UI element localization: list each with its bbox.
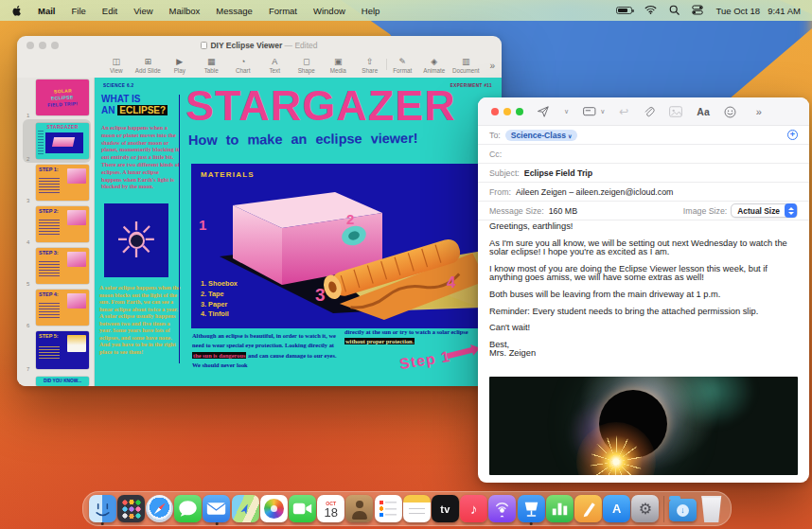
format-icon: ✎ — [387, 57, 419, 66]
caution-text-left[interactable]: Although an eclipse is beautiful, in ord… — [192, 331, 342, 371]
slide-thumbnail-2-selected[interactable]: 2 STARGAZER — [17, 123, 95, 163]
dock-item-facetime[interactable] — [288, 495, 316, 522]
eclipse-definition-text[interactable]: An eclipse happens when a moon or planet… — [101, 125, 181, 191]
dock-item-podcasts[interactable] — [488, 495, 517, 522]
dock-item-music[interactable]: ♪ — [460, 495, 488, 522]
dock-item-tv[interactable]: tv — [431, 495, 459, 522]
cc-field[interactable]: Cc: — [478, 145, 809, 164]
menu-item-window[interactable]: Window — [313, 6, 345, 16]
menu-bar-date[interactable]: Tue Oct 18 — [715, 6, 760, 16]
apple-menu-icon[interactable] — [11, 5, 22, 17]
minimize-button[interactable] — [503, 108, 511, 115]
stargazer-title[interactable]: STARGAZER — [185, 81, 502, 131]
slide-subtitle[interactable]: How to make an eclipse viewer! — [188, 131, 418, 148]
dock-item-appstore[interactable]: A — [603, 495, 631, 522]
dock-item-launchpad[interactable] — [116, 495, 145, 522]
toolbar-overflow-button[interactable]: » — [489, 61, 495, 71]
eclipse-photo-attachment[interactable] — [489, 377, 798, 475]
menu-item-view[interactable]: View — [133, 6, 152, 16]
view-button[interactable]: ◫View — [100, 55, 132, 74]
table-button[interactable]: ▦Table — [196, 55, 228, 74]
dock-item-messages[interactable] — [174, 495, 203, 522]
text-button[interactable]: AText — [259, 55, 291, 74]
emoji-button[interactable] — [724, 106, 736, 118]
control-center-icon[interactable] — [692, 5, 703, 17]
wifi-icon[interactable] — [644, 5, 657, 16]
dock-item-finder[interactable] — [88, 495, 116, 522]
reply-button[interactable]: ↩ — [619, 105, 628, 118]
course-code-text[interactable]: SCIENCE 6.2 — [103, 83, 133, 88]
add-recipient-button[interactable]: + — [787, 130, 798, 140]
slide-thumbnail-3[interactable]: 3 STEP 1: — [17, 165, 95, 204]
dock-item-settings[interactable]: ⚙ — [631, 495, 660, 522]
solar-eclipse-text[interactable]: A solar eclipse happens when the moon bl… — [99, 285, 181, 356]
menu-item-mail[interactable]: Mail — [38, 6, 55, 16]
play-button[interactable]: ▶Play — [164, 55, 196, 74]
dock-item-reminders[interactable] — [374, 495, 402, 522]
slide-1-preview: SOLAR ECLIPSE FIELD TRIP! — [36, 79, 89, 115]
dock-item-numbers[interactable] — [545, 495, 574, 522]
menu-item-format[interactable]: Format — [269, 6, 297, 16]
zoom-button[interactable] — [516, 108, 523, 115]
dock-item-notes[interactable] — [402, 495, 431, 522]
slide-thumbnail-5[interactable]: 5 STEP 3: — [17, 248, 95, 288]
slide-thumbnail-1[interactable]: 1 SOLAR ECLIPSE FIELD TRIP! — [17, 79, 95, 119]
insert-photo-button[interactable] — [669, 106, 682, 117]
subject-field[interactable]: Subject: Eclipse Field Trip — [478, 164, 809, 183]
dock-item-keynote[interactable] — [517, 495, 545, 522]
slide-thumbnail-8[interactable]: DID YOU KNOW... — [17, 377, 95, 386]
dock-item-pages[interactable] — [574, 495, 602, 522]
document-button[interactable]: ▥Document — [450, 55, 483, 74]
step-1-label[interactable]: Step 1 — [398, 348, 451, 373]
what-is-an-eclipse-heading[interactable]: WHAT IS AN ECLIPSE? — [101, 94, 168, 115]
dock-item-calendar[interactable]: OCT18 — [317, 495, 345, 522]
messages-icon — [174, 495, 202, 522]
dock-item-safari[interactable] — [145, 495, 173, 522]
slide-canvas[interactable]: SCIENCE 6.2 EXPERIMENT #11 WHAT IS AN EC… — [95, 78, 502, 386]
dock-item-trash[interactable] — [697, 495, 726, 522]
menu-item-mailbox[interactable]: Mailbox — [169, 6, 201, 16]
format-button[interactable]: Aa — [697, 106, 709, 117]
toolbar-overflow-button[interactable]: » — [756, 106, 762, 117]
dock-item-mail[interactable] — [203, 495, 231, 522]
dock-item-downloads[interactable]: ↓ — [668, 496, 697, 521]
battery-icon[interactable] — [616, 7, 632, 14]
share-button[interactable]: ⇧Share — [354, 55, 386, 74]
send-button[interactable] — [537, 105, 550, 118]
shape-button[interactable]: ◻Shape — [291, 55, 323, 74]
header-fields-button[interactable]: ∨ — [583, 106, 605, 117]
menu-item-message[interactable]: Message — [216, 6, 253, 16]
add-slide-button[interactable]: ⊞Add Slide — [132, 55, 165, 74]
dock-item-contacts[interactable] — [345, 495, 374, 522]
close-button[interactable] — [491, 108, 499, 115]
dock-item-maps[interactable] — [231, 495, 259, 522]
from-field[interactable]: From: Aileen Zeigen – aileen.zeigen@iclo… — [478, 183, 809, 202]
send-options-chevron[interactable]: ∨ — [564, 108, 569, 115]
menu-item-edit[interactable]: Edit — [102, 6, 117, 16]
format-button[interactable]: ✎Format — [387, 55, 419, 74]
menu-bar-time[interactable]: 9:41 AM — [768, 6, 801, 16]
podcasts-icon — [488, 495, 516, 522]
spotlight-search-icon[interactable] — [669, 5, 680, 17]
slide-thumbnail-4[interactable]: 4 STEP 2: — [17, 206, 95, 246]
caution-text-right[interactable]: directly at the sun or try to watch a so… — [344, 327, 485, 347]
materials-panel[interactable]: MATERIALS 1. Shoebox 2. Tape 3. Paper 4.… — [191, 164, 485, 328]
menu-item-file[interactable]: File — [71, 6, 85, 16]
cc-label: Cc: — [489, 150, 502, 159]
slide-navigator: 1 SOLAR ECLIPSE FIELD TRIP! 2 STARGAZER … — [17, 78, 95, 386]
message-body[interactable]: Greetings, earthlings! As I'm sure you a… — [489, 222, 798, 359]
to-field[interactable]: To: Science-Class∨ + — [478, 126, 809, 145]
attach-button[interactable] — [643, 105, 655, 118]
animate-button[interactable]: ◈Animate — [418, 55, 450, 74]
chart-button[interactable]: ◔Chart — [227, 55, 259, 74]
sun-illustration[interactable]: ☀ — [104, 203, 168, 277]
media-button[interactable]: ▣Media — [323, 55, 355, 74]
recipient-token[interactable]: Science-Class∨ — [505, 130, 578, 141]
slide-thumbnail-7[interactable]: 7 STEP 5: — [17, 331, 95, 373]
dock-item-photos[interactable] — [259, 495, 288, 522]
trash-icon — [697, 495, 725, 522]
image-size-dropdown[interactable]: Actual Size — [731, 203, 798, 218]
menu-item-help[interactable]: Help — [362, 6, 380, 16]
photos-icon — [260, 495, 288, 522]
slide-thumbnail-6[interactable]: 6 STEP 4: — [17, 290, 95, 329]
